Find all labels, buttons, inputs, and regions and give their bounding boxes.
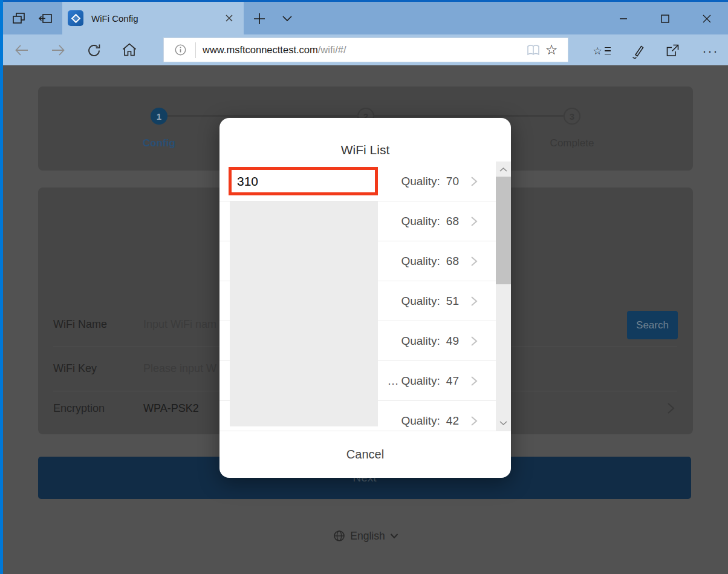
chevron-right-icon	[469, 215, 479, 227]
cancel-button[interactable]: Cancel	[219, 431, 511, 477]
wifi-key-label: WiFi Key	[53, 362, 97, 375]
plus-icon	[253, 12, 266, 25]
quality-value: 42	[446, 414, 459, 428]
url-path: /wifi/#/	[318, 44, 346, 56]
quality-value: 49	[446, 334, 459, 348]
globe-icon	[333, 530, 345, 542]
quality-value: 47	[446, 374, 459, 388]
info-icon	[175, 44, 186, 56]
titlebar: WiFi Config	[0, 2, 728, 34]
arrow-right-icon	[50, 42, 67, 59]
step-1-label: Config	[117, 137, 201, 149]
chevron-down-icon	[499, 420, 508, 426]
tab-list-button[interactable]	[276, 8, 299, 30]
hub-icon: ☆	[593, 46, 610, 56]
browser-tab[interactable]: WiFi Config	[62, 2, 244, 34]
chevron-right-icon	[469, 175, 479, 188]
step-3-label: Complete	[530, 137, 614, 149]
step-connector	[167, 115, 357, 117]
quality-value: 68	[446, 255, 459, 268]
minimize-icon	[620, 18, 627, 20]
wifi-ssid-field[interactable]: 310	[229, 167, 378, 195]
quality-label: Quality:	[401, 295, 440, 308]
minimize-button[interactable]	[609, 5, 637, 32]
chevron-up-icon	[499, 167, 508, 172]
browser-toolbar: www.msftconnecttest.com /wifi/#/ ☆ ☆ ···	[0, 34, 728, 65]
arrow-left-icon	[13, 42, 30, 59]
tab-title: WiFi Config	[91, 13, 221, 24]
language-label: English	[350, 530, 385, 543]
close-icon	[225, 14, 233, 22]
refresh-icon	[86, 42, 102, 59]
window-border-top	[0, 0, 728, 2]
web-note-button[interactable]	[625, 41, 650, 61]
chevron-right-icon	[469, 415, 479, 427]
chevron-right-icon	[469, 295, 479, 307]
new-tab-button[interactable]	[248, 8, 271, 30]
chevron-right-icon	[469, 255, 479, 267]
maximize-icon	[661, 15, 669, 23]
back-button[interactable]	[11, 40, 32, 60]
wifi-name-label: WiFi Name	[53, 318, 107, 331]
star-icon: ☆	[545, 43, 558, 57]
quality-label: Quality:	[401, 374, 440, 388]
modal-scrollbar[interactable]	[496, 161, 511, 431]
favicon-diamond-icon	[71, 13, 80, 23]
chevron-right-icon	[664, 401, 677, 416]
address-bar[interactable]: www.msftconnecttest.com /wifi/#/ ☆	[163, 38, 568, 62]
close-window-button[interactable]	[693, 5, 721, 32]
pen-icon	[629, 43, 646, 59]
close-icon	[703, 15, 711, 23]
tab-preview-icon	[11, 11, 27, 27]
wifi-name-input[interactable]: Input WiFi nam	[143, 318, 216, 331]
tab-preview-button[interactable]	[7, 8, 30, 30]
set-tabs-aside-icon	[37, 11, 53, 27]
encryption-label: Encryption	[53, 402, 105, 415]
wifi-key-input[interactable]: Please input W	[143, 362, 216, 375]
reading-view-button	[524, 41, 542, 59]
more-menu-button[interactable]: ···	[698, 41, 723, 61]
scrollbar-thumb[interactable]	[496, 177, 511, 284]
chevron-right-icon	[469, 335, 479, 347]
window-border-left	[0, 0, 3, 574]
share-button[interactable]	[660, 41, 685, 61]
step-1-circle: 1	[151, 108, 167, 125]
quality-value: 70	[446, 175, 459, 188]
book-icon	[526, 43, 541, 57]
set-tabs-aside-button[interactable]	[34, 8, 57, 30]
ellipsis-icon: ···	[703, 48, 719, 53]
encryption-row-chevron[interactable]	[664, 401, 677, 418]
wifi-list-item[interactable]: 310 Quality: 70	[219, 161, 496, 201]
tab-close-button[interactable]	[221, 10, 238, 27]
quality-value: 51	[446, 295, 459, 308]
language-selector[interactable]: English	[305, 525, 426, 547]
encryption-value: WPA-PSK2	[143, 402, 199, 415]
chevron-down-icon	[390, 533, 398, 539]
maximize-button[interactable]	[651, 5, 679, 32]
share-icon	[665, 43, 680, 59]
step-3-circle: 3	[564, 108, 580, 125]
site-info-button[interactable]	[171, 41, 189, 59]
url-host: www.msftconnecttest.com	[203, 44, 318, 56]
modal-title: WiFi List	[219, 143, 511, 157]
wifi-list-modal: WiFi List 310 Quality: 70 Quality: 68	[219, 118, 511, 478]
forward-button[interactable]	[48, 40, 68, 60]
scroll-up-button[interactable]	[496, 162, 511, 177]
search-button[interactable]: Search	[627, 311, 678, 339]
home-button[interactable]	[119, 40, 140, 60]
quality-label: Quality:	[401, 175, 440, 188]
wifi-ssid-value: 310	[237, 174, 258, 189]
step-connector	[374, 115, 564, 117]
quality-label: Quality:	[401, 334, 440, 348]
add-favorite-button[interactable]: ☆	[542, 41, 561, 59]
quality-label: Quality:	[401, 255, 440, 268]
favorites-hub-button[interactable]: ☆	[589, 41, 614, 61]
refresh-button[interactable]	[83, 40, 104, 60]
scroll-down-button[interactable]	[496, 416, 511, 430]
quality-value: 68	[446, 215, 459, 228]
divider	[195, 42, 196, 58]
quality-label: Quality:	[401, 414, 440, 428]
chevron-right-icon	[469, 375, 479, 387]
home-icon	[121, 42, 138, 59]
truncated-name-ellipsis: …	[387, 374, 398, 388]
